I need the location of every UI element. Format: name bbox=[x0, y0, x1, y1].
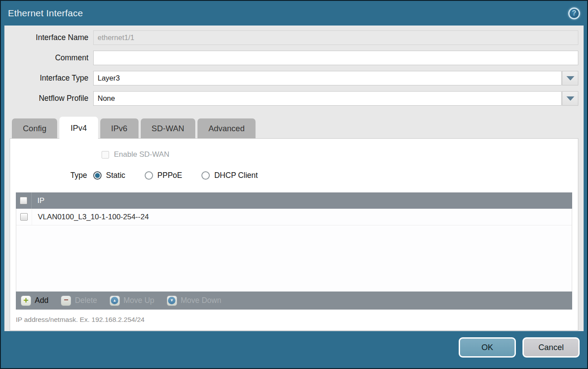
netflow-profile-label: Netflow Profile bbox=[10, 94, 93, 103]
add-button[interactable]: + Add bbox=[21, 295, 48, 306]
ok-button[interactable]: OK bbox=[459, 337, 516, 358]
netflow-profile-input[interactable] bbox=[93, 91, 562, 106]
radio-pppoe-icon[interactable] bbox=[145, 171, 153, 180]
radio-dhcp-client-label: DHCP Client bbox=[214, 171, 258, 180]
row-checkbox[interactable] bbox=[20, 213, 28, 221]
ip-cell: VLAN0100_L3_10-1-100-254--24 bbox=[32, 213, 149, 221]
enable-sdwan-row: Enable SD-WAN bbox=[102, 150, 572, 159]
radio-dhcp-client-icon[interactable] bbox=[201, 171, 210, 180]
interface-type-input[interactable] bbox=[93, 71, 562, 85]
tab-config[interactable]: Config bbox=[12, 118, 57, 138]
radio-static[interactable]: Static bbox=[93, 171, 125, 180]
dialog-titlebar: Ethernet Interface ? bbox=[1, 1, 587, 26]
tab-ipv4[interactable]: IPv4 bbox=[59, 117, 98, 139]
interface-type-dropdown-button[interactable] bbox=[562, 71, 578, 85]
delete-button: − Delete bbox=[61, 295, 97, 306]
move-up-button: ▲ Move Up bbox=[110, 295, 154, 306]
radio-static-icon[interactable] bbox=[93, 171, 102, 180]
interface-name-input bbox=[93, 30, 578, 45]
netflow-profile-dropdown-button[interactable] bbox=[562, 91, 578, 106]
tab-advanced[interactable]: Advanced bbox=[197, 118, 256, 138]
type-row: Type Static PPPoE DHCP Client bbox=[16, 170, 572, 181]
enable-sdwan-checkbox bbox=[102, 151, 109, 159]
interface-type-label: Interface Type bbox=[10, 74, 93, 83]
comment-row: Comment bbox=[10, 51, 578, 65]
dialog-content: Interface Name Comment Interface Type bbox=[4, 26, 584, 331]
add-icon: + bbox=[21, 295, 31, 306]
interface-name-row: Interface Name bbox=[10, 30, 578, 45]
dialog-title: Ethernet Interface bbox=[8, 8, 83, 18]
delete-label: Delete bbox=[75, 296, 97, 305]
ip-table-header: IP bbox=[16, 192, 572, 209]
tab-ipv6[interactable]: IPv6 bbox=[100, 118, 139, 138]
move-down-icon: ▼ bbox=[167, 295, 177, 306]
enable-sdwan-label: Enable SD-WAN bbox=[114, 150, 169, 159]
move-down-label: Move Down bbox=[181, 296, 221, 305]
move-up-icon: ▲ bbox=[110, 295, 120, 306]
tab-strip: Config IPv4 IPv6 SD-WAN Advanced bbox=[10, 116, 578, 138]
cancel-button[interactable]: Cancel bbox=[522, 337, 580, 358]
comment-input[interactable] bbox=[93, 51, 578, 65]
select-all-checkbox[interactable] bbox=[20, 197, 27, 204]
ip-column-header: IP bbox=[32, 196, 44, 205]
ip-table-body: VLAN0100_L3_10-1-100-254--24 bbox=[16, 209, 572, 292]
dialog-footer: OK Cancel bbox=[1, 331, 587, 368]
interface-name-label: Interface Name bbox=[10, 33, 93, 42]
tab-sd-wan[interactable]: SD-WAN bbox=[141, 118, 195, 138]
ip-netmask-hint: IP address/netmask. Ex. 192.168.2.254/24 bbox=[16, 316, 572, 324]
move-down-button: ▼ Move Down bbox=[167, 295, 221, 306]
interface-type-row: Interface Type bbox=[10, 71, 578, 85]
radio-pppoe[interactable]: PPPoE bbox=[145, 171, 182, 180]
ip-table: IP VLAN0100_L3_10-1-100-254--24 + bbox=[16, 192, 572, 310]
help-icon[interactable]: ? bbox=[568, 7, 580, 19]
radio-static-label: Static bbox=[106, 171, 125, 180]
delete-icon: − bbox=[61, 295, 71, 306]
radio-dhcp-client[interactable]: DHCP Client bbox=[201, 171, 258, 180]
add-label: Add bbox=[35, 296, 48, 305]
help-glyph: ? bbox=[572, 9, 577, 17]
netflow-profile-row: Netflow Profile bbox=[10, 91, 578, 106]
ethernet-interface-dialog: Ethernet Interface ? Interface Name Comm… bbox=[0, 0, 588, 369]
comment-label: Comment bbox=[10, 53, 93, 63]
chevron-down-icon bbox=[566, 76, 574, 81]
ip-table-toolbar: + Add − Delete ▲ Move Up bbox=[16, 292, 572, 310]
chevron-down-icon bbox=[566, 96, 574, 101]
radio-pppoe-label: PPPoE bbox=[157, 171, 182, 180]
move-up-label: Move Up bbox=[124, 296, 154, 305]
table-row[interactable]: VLAN0100_L3_10-1-100-254--24 bbox=[16, 209, 572, 225]
type-label: Type bbox=[16, 171, 87, 180]
ipv4-tab-panel: Enable SD-WAN Type Static PPPoE DHCP Cli… bbox=[10, 138, 578, 331]
